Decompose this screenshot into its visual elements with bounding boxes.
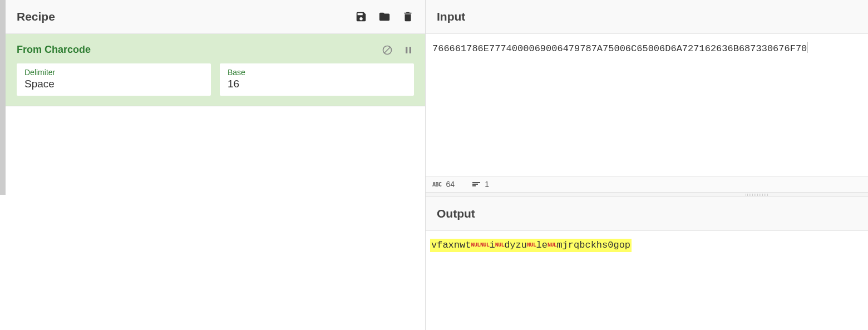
svg-rect-2 [406, 47, 407, 53]
delimiter-value: Space [24, 78, 203, 90]
save-icon[interactable] [355, 11, 367, 23]
output-text: dyzu [504, 240, 527, 250]
input-status-bar: ABC 64 1 [426, 176, 868, 193]
char-count: 64 [446, 180, 455, 189]
pause-icon[interactable] [403, 45, 414, 56]
delimiter-field[interactable]: Delimiter Space [17, 63, 211, 96]
folder-icon[interactable] [378, 11, 391, 23]
pane-drag-handle[interactable] [426, 193, 868, 197]
nul-byte: NUL [495, 242, 505, 248]
left-strip [0, 0, 6, 195]
operation-fields: Delimiter Space Base 16 [17, 63, 414, 96]
line-count-icon [472, 182, 480, 186]
operation-icons [382, 45, 414, 56]
nul-byte: NUL [548, 242, 557, 248]
base-label: Base [228, 68, 406, 77]
input-header: Input [426, 0, 868, 34]
recipe-header-icons [355, 11, 414, 23]
delimiter-label: Delimiter [24, 68, 203, 77]
output-header: Output [426, 197, 868, 231]
operation-from-charcode[interactable]: From Charcode Delimiter Space Base 16 [6, 34, 425, 106]
input-text: 766661786E7774000069006479787A75006C6500… [432, 42, 807, 168]
input-textarea[interactable]: 766661786E7774000069006479787A75006C6500… [426, 34, 868, 176]
trash-icon[interactable] [402, 11, 414, 23]
nul-byte: NUL [527, 242, 536, 248]
nul-byte: NUL [471, 242, 480, 248]
output-text: mjrqbckhs0gop [556, 240, 630, 250]
svg-rect-3 [410, 47, 411, 53]
svg-line-1 [384, 47, 390, 53]
disable-icon[interactable] [382, 45, 393, 56]
nul-byte: NUL [480, 242, 490, 248]
recipe-title: Recipe [17, 10, 55, 23]
output-area: vfaxnwtNULNULiNULdyzuNULleNULmjrqbckhs0g… [426, 231, 868, 260]
text-cursor [807, 42, 807, 53]
input-title: Input [437, 10, 857, 23]
base-field[interactable]: Base 16 [220, 63, 414, 96]
recipe-header: Recipe [6, 0, 425, 34]
output-text: i [489, 240, 495, 250]
output-text: vfaxnwt [431, 240, 471, 250]
output-title: Output [437, 207, 857, 220]
line-count: 1 [485, 180, 489, 189]
output-text: le [536, 240, 548, 250]
char-count-icon: ABC [432, 181, 442, 188]
recipe-panel: Recipe From Charcode [6, 0, 426, 330]
base-value: 16 [228, 78, 406, 90]
input-section: Input 766661786E7774000069006479787A7500… [426, 0, 868, 193]
io-panel: Input 766661786E7774000069006479787A7500… [426, 0, 868, 330]
operation-title: From Charcode [17, 44, 91, 56]
operation-head: From Charcode [17, 44, 414, 56]
output-content: vfaxnwtNULNULiNULdyzuNULleNULmjrqbckhs0g… [430, 239, 632, 252]
